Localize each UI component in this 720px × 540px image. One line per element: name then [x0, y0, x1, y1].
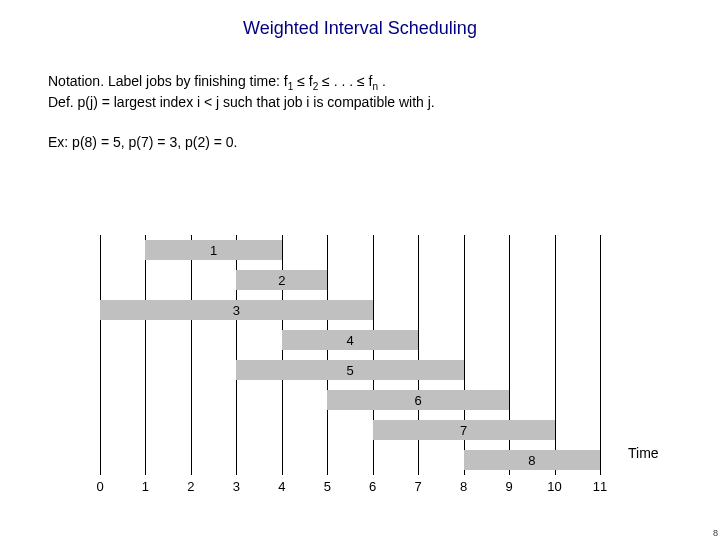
- axis-tick-label: 9: [499, 479, 519, 494]
- notation-text: Label jobs by finishing time: f: [104, 73, 288, 89]
- interval-bar: 3: [100, 300, 373, 320]
- def-line: Def. p(j) = largest index i < j such tha…: [48, 94, 680, 110]
- page-number: 8: [713, 528, 718, 538]
- axis-tick-label: 6: [363, 479, 383, 494]
- axis-tick-label: 5: [317, 479, 337, 494]
- example-line: Ex: p(8) = 5, p(7) = 3, p(2) = 0.: [48, 134, 680, 150]
- interval-bar: 8: [464, 450, 600, 470]
- axis-tick-label: 4: [272, 479, 292, 494]
- gridline: [100, 235, 101, 475]
- gridline: [555, 235, 556, 475]
- interval-bar: 6: [327, 390, 509, 410]
- notation-mid1: ≤ f: [293, 73, 312, 89]
- gridline: [600, 235, 601, 475]
- time-axis-label: Time: [628, 445, 659, 461]
- page-title: Weighted Interval Scheduling: [0, 0, 720, 39]
- def-prefix: Def.: [48, 94, 74, 110]
- interval-bar: 5: [236, 360, 463, 380]
- gridline: [191, 235, 192, 475]
- axis-tick-label: 8: [454, 479, 474, 494]
- axis-tick-label: 3: [226, 479, 246, 494]
- notation-end: .: [378, 73, 386, 89]
- gridline: [145, 235, 146, 475]
- axis-tick-label: 10: [545, 479, 565, 494]
- axis-tick-label: 7: [408, 479, 428, 494]
- def-text: p(j) = largest index i < j such that job…: [74, 94, 435, 110]
- axis-tick-label: 0: [90, 479, 110, 494]
- notation-mid2: ≤ . . . ≤ f: [318, 73, 372, 89]
- axis-tick-label: 11: [590, 479, 610, 494]
- axis-tick-label: 2: [181, 479, 201, 494]
- interval-chart: 12345678 01234567891011 Time: [100, 235, 620, 495]
- interval-bar: 2: [236, 270, 327, 290]
- axis-tick-label: 1: [135, 479, 155, 494]
- notation-prefix: Notation.: [48, 73, 104, 89]
- gridline: [327, 235, 328, 475]
- interval-bar: 4: [282, 330, 418, 350]
- notation-line: Notation. Label jobs by finishing time: …: [48, 73, 680, 92]
- interval-bar: 1: [145, 240, 281, 260]
- interval-bar: 7: [373, 420, 555, 440]
